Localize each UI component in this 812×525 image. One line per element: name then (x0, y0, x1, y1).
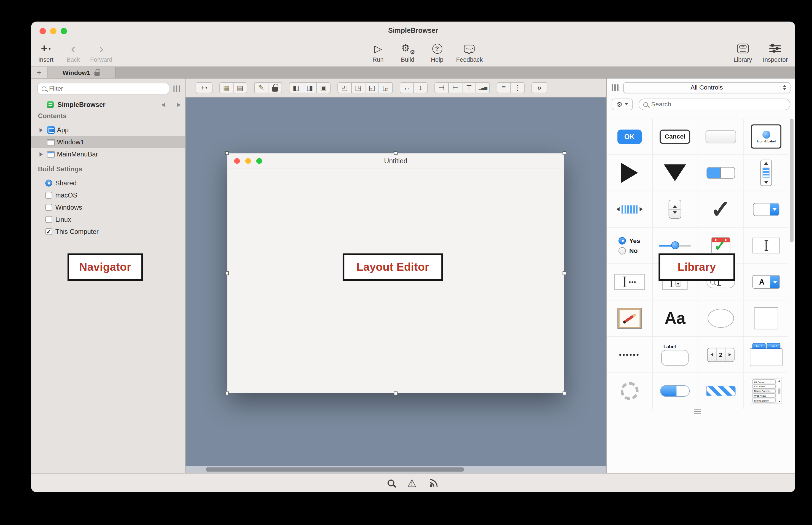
library-item-push-button-cancel[interactable]: Cancel (652, 118, 698, 154)
insert-button[interactable]: +▾ Insert (35, 42, 57, 63)
align-top-icon[interactable]: ⊤ (462, 82, 476, 93)
library-item-progress-stripes[interactable] (698, 373, 743, 409)
checkbox[interactable] (45, 192, 53, 199)
library-options-button[interactable]: ⚙ (611, 99, 633, 110)
feedback-button[interactable]: •◡• Feedback (456, 42, 483, 63)
back-button[interactable]: ‹ Back (63, 42, 84, 63)
checkbox[interactable] (45, 216, 53, 223)
panel-toggle-icon[interactable] (611, 84, 618, 91)
distribute-icon[interactable]: ≡ (497, 82, 511, 93)
column-toggle-icon[interactable] (173, 85, 180, 92)
pencil-icon[interactable]: ✎ (254, 82, 268, 93)
rss-icon[interactable] (429, 479, 439, 487)
disclosure-triangle-icon[interactable] (40, 128, 42, 132)
resize-handle[interactable] (225, 151, 229, 155)
build-option-shared[interactable]: Shared (31, 177, 185, 189)
add-tab-button[interactable]: + (31, 67, 47, 78)
inspector-button[interactable]: Inspector (763, 42, 788, 63)
checkbox[interactable] (45, 204, 53, 211)
library-item-tab-view[interactable]: Tab 1Tab 2 (744, 336, 789, 372)
forward-button[interactable]: › Forward (90, 42, 113, 63)
arrange-center-icon[interactable]: ▣ (316, 82, 331, 93)
equal-width-icon[interactable]: ↔ (400, 82, 414, 93)
library-item-push-button-ok[interactable]: OK (607, 118, 652, 154)
library-item-secure-text-field[interactable]: •••••• (607, 336, 652, 372)
history-forward-icon[interactable]: ▶ (177, 102, 181, 107)
library-item-progress-spinner[interactable] (607, 373, 652, 409)
resize-handle[interactable] (563, 151, 566, 155)
grid-view-icon[interactable]: ▦ (219, 82, 234, 93)
filter-input[interactable] (49, 85, 165, 92)
tree-item-app[interactable]: App (31, 124, 185, 136)
tree-item-window1[interactable]: Window1 (31, 136, 185, 148)
warning-icon[interactable]: ⚠ (407, 478, 416, 488)
disclosure-triangle-icon[interactable] (40, 152, 42, 156)
tab-window1[interactable]: Window1 (47, 67, 116, 78)
design-window-titlebar[interactable]: Untitled (227, 153, 564, 169)
library-item-segmented-control[interactable] (698, 155, 743, 191)
resize-handle[interactable] (225, 391, 229, 395)
library-resize-handle[interactable] (607, 409, 788, 414)
library-scrollbar-thumb[interactable] (790, 118, 794, 242)
arrange-left-icon[interactable]: ◧ (289, 82, 303, 93)
help-button[interactable]: ? Help (427, 42, 448, 63)
resize-handle[interactable] (563, 271, 566, 275)
build-button[interactable]: ⚙⚙ Build (397, 42, 418, 63)
library-item-rounded-button[interactable] (698, 118, 743, 154)
equal-height-icon[interactable]: ↕ (413, 82, 428, 93)
library-item-label[interactable]: Label (652, 336, 698, 372)
library-item-stepper[interactable] (652, 191, 698, 227)
library-item-disclosure-down[interactable] (652, 155, 698, 191)
embed-bottom-left-icon[interactable]: ◱ (365, 82, 379, 93)
resize-handle[interactable] (394, 151, 397, 155)
library-item-popup-button[interactable] (744, 191, 789, 227)
library-search-input[interactable] (651, 101, 786, 108)
chart-icon[interactable]: ▁▃▅ (476, 82, 490, 93)
library-item-disclosure-play[interactable] (607, 155, 652, 191)
library-item-box[interactable] (744, 300, 789, 336)
history-back-icon[interactable]: ◀ (161, 102, 165, 107)
library-item-vertical-scroller[interactable] (744, 155, 789, 191)
build-option-linux[interactable]: Linux (31, 213, 185, 226)
checkbox-checked[interactable]: ✓ (45, 228, 53, 235)
library-item-token-field[interactable]: ••• (607, 264, 652, 300)
library-item-pager[interactable]: 2 (698, 336, 743, 372)
align-left-icon[interactable]: ⊣ (434, 82, 449, 93)
build-option-macos[interactable]: macOS (31, 189, 185, 201)
filter-field[interactable] (38, 82, 169, 94)
library-item-oval[interactable] (698, 300, 743, 336)
library-item-radio-group[interactable]: Yes No (607, 227, 652, 263)
library-item-horizontal-scroller[interactable] (607, 191, 652, 227)
toolbar-overflow-button[interactable]: » (531, 82, 547, 93)
library-item-text-style[interactable]: Aa (652, 300, 698, 336)
library-search-field[interactable] (639, 99, 791, 110)
radio-button[interactable] (45, 180, 53, 186)
embed-top-right-icon[interactable]: ◳ (351, 82, 366, 93)
horizontal-scrollbar-thumb[interactable] (206, 467, 464, 471)
controls-filter-popup[interactable]: All Controls (623, 82, 790, 93)
design-canvas[interactable]: Untitled (186, 97, 606, 466)
more-vertical-icon[interactable]: ⋮ (511, 82, 525, 93)
library-item-checkmark[interactable]: ✓ (698, 191, 743, 227)
build-option-this-computer[interactable]: ✓ This Computer (31, 226, 185, 238)
embed-bottom-right-icon[interactable]: ◲ (379, 82, 393, 93)
project-row[interactable]: SimpleBrowser ◀ ▶ (31, 99, 185, 111)
arrange-right-icon[interactable]: ◨ (302, 82, 317, 93)
library-item-progress-capsule[interactable] (652, 373, 698, 409)
outline-view-icon[interactable]: ▤ (233, 82, 248, 93)
resize-handle[interactable] (394, 391, 397, 395)
align-right-icon[interactable]: ⊢ (448, 82, 462, 93)
tree-item-mainmenubar[interactable]: MainMenuBar (31, 148, 185, 160)
library-item-icon-label-button[interactable]: Icon & Label (744, 118, 789, 154)
embed-top-left-icon[interactable]: ◰ (337, 82, 352, 93)
horizontal-scrollbar-track[interactable] (186, 466, 606, 473)
library-item-text-field[interactable] (744, 227, 789, 263)
lock-icon[interactable] (268, 82, 282, 93)
build-option-windows[interactable]: Windows (31, 201, 185, 213)
run-button[interactable]: ▷ Run (367, 42, 389, 63)
library-button[interactable]: OK Library (732, 42, 754, 63)
add-control-button[interactable]: +▾ (196, 82, 212, 93)
resize-handle[interactable] (225, 271, 229, 275)
zoom-search-icon[interactable] (387, 480, 395, 486)
library-item-image-well[interactable] (607, 300, 652, 336)
